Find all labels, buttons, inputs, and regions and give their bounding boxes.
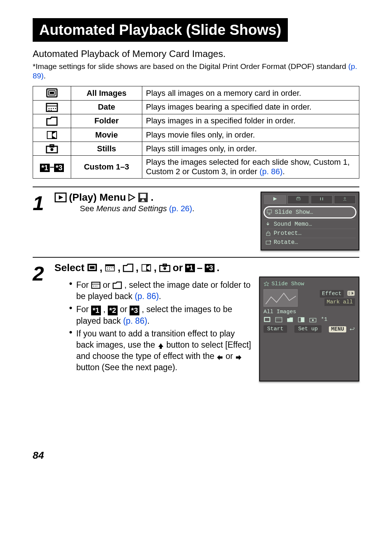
footnote-period: . xyxy=(44,71,46,80)
right-arrow-icon xyxy=(235,355,242,360)
menu-item-label: Sound Memo… xyxy=(274,221,312,228)
screenshot-tab-user xyxy=(334,195,356,204)
subtitle: Automated Playback of Memory Card Images… xyxy=(33,48,359,60)
option-desc: Plays movie files only, in order. xyxy=(142,128,359,142)
svg-point-50 xyxy=(97,286,97,287)
screenshot-tab-print xyxy=(287,195,309,204)
option-name: Folder xyxy=(71,114,142,128)
svg-point-35 xyxy=(107,267,108,268)
step1-subtext: See Menus and Settings (p. 26). xyxy=(80,204,254,213)
svg-rect-28 xyxy=(266,233,270,236)
custom3-icon: *3 xyxy=(130,306,139,315)
custom1-icon: *1 xyxy=(91,306,101,315)
svg-point-6 xyxy=(49,108,50,109)
menu-item-protect: Protect… xyxy=(264,229,356,238)
step-number: 2 xyxy=(33,262,54,381)
svg-point-7 xyxy=(51,108,52,109)
step-number: 1 xyxy=(33,192,54,250)
svg-rect-54 xyxy=(275,318,282,322)
svg-rect-42 xyxy=(142,265,146,271)
option-name: Custom 1–3 xyxy=(71,156,142,179)
date-icon xyxy=(33,100,71,114)
markall-label: Mark all xyxy=(324,298,355,306)
svg-rect-34 xyxy=(106,266,114,271)
menu-item-rotate: Rotate… xyxy=(264,238,356,247)
svg-point-59 xyxy=(312,319,314,321)
step1-period: . xyxy=(151,192,154,203)
table-row: Date Plays images bearing a specified da… xyxy=(33,100,359,114)
ss-title-text: Slide Show xyxy=(271,281,304,287)
all-images-icon xyxy=(33,86,71,100)
svg-rect-19 xyxy=(140,194,146,198)
svg-rect-13 xyxy=(48,132,52,138)
footnote-text: *Image settings for slide shows are base… xyxy=(33,62,348,70)
option-desc: Plays images bearing a specified date in… xyxy=(142,100,359,114)
bullet-2: For *1 , *2 or *3 , select the images to… xyxy=(69,304,253,327)
step-2: 2 Select , , , , or *1–*3 . xyxy=(33,257,359,388)
movie-icon xyxy=(141,263,152,272)
svg-rect-4 xyxy=(46,103,57,111)
custom3-icon: *3 xyxy=(205,264,215,272)
folder-icon xyxy=(123,263,134,272)
custom-desc-period: . xyxy=(283,167,285,176)
all-images-icon xyxy=(87,263,98,273)
step2-heading: Select , , , , or *1–*3 . xyxy=(54,262,359,274)
custom1-label: *1 xyxy=(321,316,327,323)
page-title: Automated Playback (Slide Shows) xyxy=(33,18,288,42)
start-button-label: Start xyxy=(264,325,287,333)
effect-label: Effect xyxy=(320,290,344,298)
arrow-right-icon xyxy=(128,193,135,201)
svg-point-16 xyxy=(50,148,53,151)
menu-item-label: Rotate… xyxy=(274,239,298,246)
screenshot-tab-play xyxy=(264,195,286,204)
step-1: 1 (Play) Menu . See Menus and Settings (… xyxy=(33,187,359,257)
svg-point-49 xyxy=(95,286,95,287)
bullet-3: If you want to add a transition effect t… xyxy=(69,328,253,373)
screenshot-tab-tools xyxy=(311,195,332,204)
page-number: 84 xyxy=(33,450,359,461)
slideshow-icon xyxy=(138,192,148,203)
select-text: Select xyxy=(54,262,85,274)
bullet-1: For or , select the image date or folder… xyxy=(69,279,253,302)
folder-icon xyxy=(33,114,71,128)
option-desc: Plays all images on a memory card in ord… xyxy=(142,86,359,100)
svg-rect-32 xyxy=(90,266,94,269)
thumbnail-preview xyxy=(264,289,298,307)
menu-button-label: MENU xyxy=(329,326,346,332)
svg-rect-53 xyxy=(265,318,270,321)
up-arrow-icon xyxy=(158,343,164,349)
table-row: Stills Plays still images only, in order… xyxy=(33,142,359,156)
allimages-label: All Images xyxy=(264,309,355,315)
svg-point-40 xyxy=(109,269,110,270)
svg-point-36 xyxy=(109,267,110,268)
footnote: *Image settings for slide shows are base… xyxy=(33,62,359,81)
option-name: Stills xyxy=(71,142,142,156)
custom2-icon: *2 xyxy=(108,306,118,315)
custom-icon: *1–*3 xyxy=(33,156,71,179)
svg-rect-57 xyxy=(299,318,301,322)
menu-item-soundmemo: Sound Memo… xyxy=(264,220,356,229)
table-row: *1–*3 Custom 1–3 Plays the images select… xyxy=(33,156,359,179)
svg-point-11 xyxy=(51,110,52,111)
or-text: or xyxy=(173,262,183,274)
svg-point-10 xyxy=(49,110,50,111)
option-desc: Plays the images selected for each slide… xyxy=(142,156,359,179)
step1-heading: (Play) Menu . xyxy=(54,192,254,203)
svg-point-9 xyxy=(55,108,56,109)
option-desc: Plays still images only, in order. xyxy=(142,142,359,156)
date-icon xyxy=(91,281,101,289)
option-desc: Plays images in a specified folder in or… xyxy=(142,114,359,128)
custom1-icon: *1 xyxy=(185,264,195,272)
menu-item-label: Slide Show… xyxy=(275,209,313,216)
svg-rect-25 xyxy=(267,210,271,213)
stills-icon xyxy=(159,263,171,272)
svg-rect-3 xyxy=(50,92,54,94)
svg-point-48 xyxy=(93,286,94,287)
custom-desc-text: Plays the images selected for each slide… xyxy=(146,158,350,176)
svg-rect-29 xyxy=(266,241,270,244)
option-name: All Images xyxy=(71,86,142,100)
svg-rect-46 xyxy=(91,282,100,289)
svg-point-39 xyxy=(107,269,108,270)
play-menu-icon xyxy=(54,192,67,203)
movie-icon xyxy=(33,128,71,142)
